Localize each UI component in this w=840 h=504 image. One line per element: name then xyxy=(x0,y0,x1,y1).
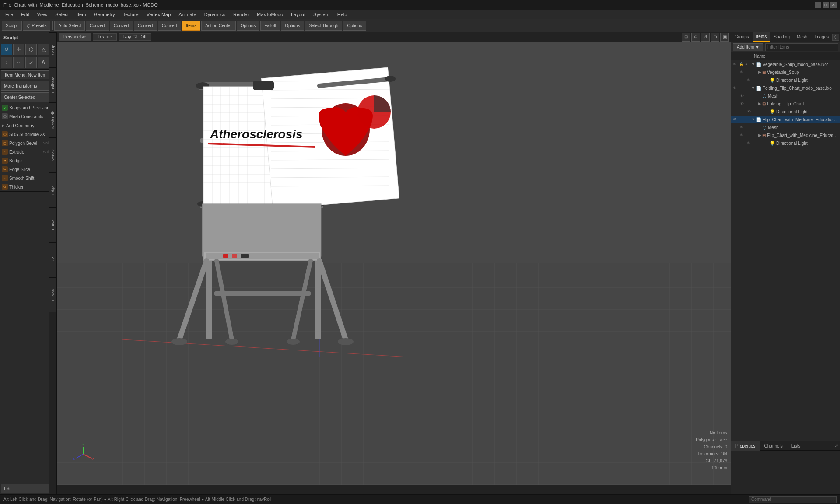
command-input[interactable] xyxy=(749,496,836,503)
vtab-fusion[interactable]: Fusion xyxy=(49,277,57,312)
window-controls[interactable]: ─ □ ✕ xyxy=(815,2,836,8)
vp-ctrl-2[interactable]: ⊖ xyxy=(691,33,700,42)
viewport-canvas[interactable]: Atherosclerosis xyxy=(57,42,731,485)
vtab-uv[interactable]: UV xyxy=(49,242,57,277)
tree-item-flip-chart-main[interactable]: 👁 ▼ 📄 Flip_Chart_with_Medicine_Education… xyxy=(731,116,840,123)
maximize-btn[interactable]: □ xyxy=(822,2,829,8)
convert1-button[interactable]: Convert xyxy=(86,21,109,31)
center-selected-btn[interactable]: Center Selected ▼ xyxy=(1,92,56,102)
items-filter-input[interactable] xyxy=(765,43,838,51)
right-tab-shading[interactable]: Shading xyxy=(770,32,793,42)
right-tab-images[interactable]: Images xyxy=(811,32,832,42)
menu-select[interactable]: Select xyxy=(52,11,72,18)
close-btn[interactable]: ✕ xyxy=(830,2,836,8)
menu-view[interactable]: View xyxy=(34,11,51,18)
tree-item-veg-soup[interactable]: 👁 ▶ ⊞ Vegetable_Soup xyxy=(731,68,840,76)
menu-item[interactable]: Item xyxy=(73,11,89,18)
convert2-button[interactable]: Convert xyxy=(110,21,133,31)
menu-edit[interactable]: Edit xyxy=(18,11,33,18)
right-tab-groups[interactable]: Groups xyxy=(731,32,752,42)
tree-item-folding-flip-group[interactable]: 👁 ▶ ⊞ Folding_Flip_Chart xyxy=(731,100,840,108)
tool-btn-8[interactable]: A xyxy=(38,57,49,68)
sculpt-button[interactable]: Sculpt xyxy=(2,21,22,31)
snaps-precision-row[interactable]: ✓ Snaps and Precision xyxy=(0,103,56,112)
menu-layout[interactable]: Layout xyxy=(287,11,309,18)
right-tab-mesh[interactable]: Mesh xyxy=(793,32,811,42)
tree-item-mesh-1[interactable]: 👁 ⬡ Mesh xyxy=(731,92,840,100)
bot-tab-properties[interactable]: Properties xyxy=(731,441,760,451)
tool-icons-row-1: ↺ ✛ ⬡ △ xyxy=(0,43,56,56)
tool-btn-7[interactable]: ↙ xyxy=(25,57,37,68)
vp-tab-perspective[interactable]: Perspective xyxy=(59,33,91,41)
vp-ctrl-5[interactable]: ▣ xyxy=(720,33,729,42)
sds-subdivide-row[interactable]: ⬡ SDS Subdivide 2X xyxy=(0,130,56,139)
menu-animate[interactable]: Animate xyxy=(175,11,200,18)
tool-btn-6[interactable]: ↔ xyxy=(13,57,24,68)
bot-right-expand-btn[interactable]: ⤢ xyxy=(833,444,840,448)
menu-help[interactable]: Help xyxy=(334,11,351,18)
bot-tab-lists[interactable]: Lists xyxy=(787,441,805,451)
vp-tab-texture[interactable]: Texture xyxy=(93,33,117,41)
right-panel-icon-1[interactable]: ⬡ xyxy=(832,34,839,41)
action-center-button[interactable]: Action Center xyxy=(201,21,236,31)
thicken-row[interactable]: ⧉ Thicken xyxy=(0,182,56,191)
item-menu-dropdown[interactable]: Item Menu: New Item xyxy=(1,70,56,79)
auto-select-button[interactable]: Auto Select xyxy=(54,21,84,31)
options2-button[interactable]: Options xyxy=(281,21,304,31)
right-tab-items[interactable]: Items xyxy=(752,32,770,42)
svg-point-49 xyxy=(322,103,370,156)
convert3-button[interactable]: Convert xyxy=(134,21,157,31)
items-button[interactable]: Items xyxy=(182,21,200,31)
convert4-button[interactable]: Convert xyxy=(158,21,181,31)
tool-move-btn[interactable]: ✛ xyxy=(13,44,24,55)
vp-ctrl-4[interactable]: ⚙ xyxy=(710,33,719,42)
add-item-btn[interactable]: Add Item ▼ xyxy=(733,43,763,51)
tree-item-folding-flip[interactable]: 👁 ▼ 📄 Folding_Flip_Chart_modo_base.lxo xyxy=(731,84,840,92)
tree-item-dir-light-1[interactable]: 👁 💡 Directional Light xyxy=(731,76,840,84)
select-through-button[interactable]: Select Through xyxy=(305,21,343,31)
tool-scale-btn[interactable]: ⬡ xyxy=(25,44,37,55)
bot-tab-channels[interactable]: Channels xyxy=(760,441,787,451)
edge-slice-row[interactable]: ✂ Edge Slice xyxy=(0,165,56,174)
options1-button[interactable]: Options xyxy=(237,21,259,31)
tree-item-dir-light-3[interactable]: 👁 💡 Directional Light xyxy=(731,139,840,147)
menu-system[interactable]: System xyxy=(310,11,333,18)
vtab-vertex[interactable]: Vertex xyxy=(49,137,57,172)
more-transforms-btn[interactable]: More Transforms ▼ xyxy=(1,81,56,91)
tool-rotate-btn[interactable]: ↺ xyxy=(1,44,12,55)
menu-texture[interactable]: Texture xyxy=(119,11,142,18)
vp-ctrl-3[interactable]: ↺ xyxy=(701,33,710,42)
vp-tab-raygl[interactable]: Ray GL: Off xyxy=(119,33,151,41)
tree-item-flip-chart-group[interactable]: 👁 ▶ ⊞ Flip_Chart_with_Medicine_Education… xyxy=(731,131,840,139)
vtab-setup[interactable]: Setup xyxy=(49,32,57,67)
mesh-constraints-row[interactable]: ⬡ Mesh Constraints xyxy=(0,112,56,121)
polygon-bevel-row[interactable]: ◻ Polygon Bevel Shift-B xyxy=(0,139,56,147)
tree-item-dir-light-2[interactable]: 👁 💡 Directional Light xyxy=(731,108,840,116)
vtab-curve[interactable]: Curve xyxy=(49,207,57,242)
menu-geometry[interactable]: Geometry xyxy=(90,11,118,18)
menu-vertexmap[interactable]: Vertex Map xyxy=(143,11,175,18)
svg-line-48 xyxy=(271,186,389,186)
tree-item-mesh-2[interactable]: 👁 ⬡ Mesh xyxy=(731,123,840,131)
no-items-label: No Items xyxy=(696,430,727,437)
vtab-duplicate[interactable]: Duplicate xyxy=(49,67,57,102)
menu-file[interactable]: File xyxy=(2,11,17,18)
menu-maxtomodo[interactable]: MaxToModo xyxy=(253,11,287,18)
vtab-edge[interactable]: Edge xyxy=(49,172,57,207)
tool-tri-btn[interactable]: △ xyxy=(38,44,49,55)
extrude-row[interactable]: ↑ Extrude Shift-X xyxy=(0,147,56,156)
vtab-mesh-edit[interactable]: Mesh Edit xyxy=(49,102,57,137)
vp-ctrl-1[interactable]: ⊞ xyxy=(682,33,690,42)
tool-btn-5[interactable]: ↕ xyxy=(1,57,12,68)
smooth-shift-row[interactable]: ≈ Smooth Shift xyxy=(0,174,56,182)
tree-item-root[interactable]: 👁 🔒 ● ▼ 📄 Vegetable_Soup_modo_base.lxo* xyxy=(731,60,840,68)
minimize-btn[interactable]: ─ xyxy=(815,2,821,8)
falloff-button[interactable]: Falloff xyxy=(260,21,280,31)
edit-dropdown-btn[interactable]: Edit ▼ xyxy=(1,484,56,494)
menu-dynamics[interactable]: Dynamics xyxy=(201,11,229,18)
add-geometry-header[interactable]: ▶ Add Geometry xyxy=(0,121,56,130)
bridge-row[interactable]: ⬌ Bridge xyxy=(0,156,56,165)
presets-button[interactable]: ⬡ Presets xyxy=(23,21,51,31)
options3-button[interactable]: Options xyxy=(343,21,366,31)
menu-render[interactable]: Render xyxy=(230,11,252,18)
